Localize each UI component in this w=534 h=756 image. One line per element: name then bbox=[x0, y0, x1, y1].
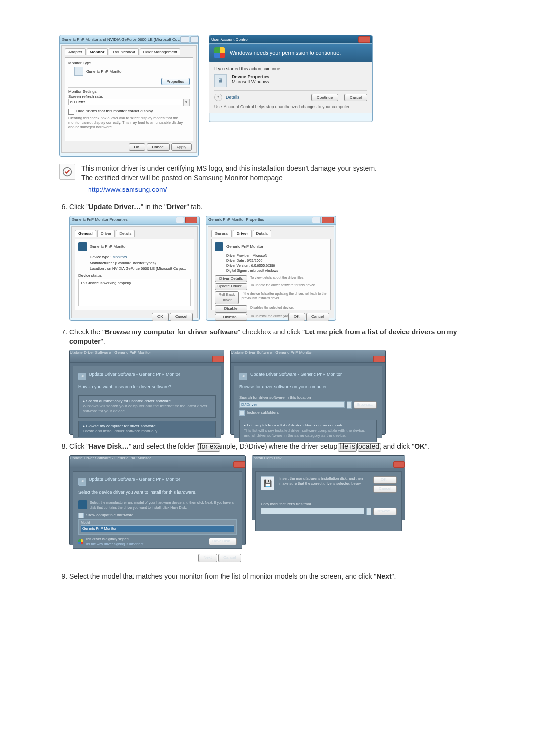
browse-button[interactable]: Browse... bbox=[354, 401, 377, 409]
back-icon[interactable]: ◄ bbox=[239, 373, 247, 380]
update-driver-button[interactable]: Update Driver... bbox=[215, 283, 247, 290]
cancel-button[interactable]: Cancel bbox=[170, 313, 193, 321]
properties-button[interactable]: Properties bbox=[161, 78, 190, 85]
hide-modes-checkbox[interactable] bbox=[68, 109, 74, 115]
uac-started-text: If you started this action, continue. bbox=[214, 66, 367, 71]
ok-button[interactable]: OK bbox=[152, 313, 169, 321]
cancel-button[interactable]: Cancel bbox=[147, 143, 170, 151]
have-disk-button[interactable]: Have Disk... bbox=[209, 538, 237, 545]
monitor-icon bbox=[78, 242, 87, 251]
uninstall-button[interactable]: Uninstall bbox=[215, 314, 247, 321]
close-icon[interactable] bbox=[212, 356, 224, 362]
tab-details[interactable]: Details bbox=[116, 230, 134, 237]
option-auto-search[interactable]: ▸ Search automatically for updated drive… bbox=[78, 395, 216, 418]
cancel-button[interactable]: Cancel bbox=[218, 554, 241, 562]
step-6: Click "Update Driver…" in the "Driver" t… bbox=[69, 202, 475, 321]
install-from-disk-dialog: Install From Disk 💾 Insert the manufactu… bbox=[252, 455, 405, 520]
refresh-rate-select[interactable] bbox=[68, 99, 182, 105]
chevron-down-icon[interactable]: ▾ bbox=[366, 508, 371, 515]
apply-button[interactable]: Apply bbox=[171, 143, 192, 151]
dialog-title: Generic PnP Monitor Properties bbox=[72, 217, 128, 223]
tab-general[interactable]: General bbox=[211, 230, 232, 237]
ok-button[interactable]: OK bbox=[288, 313, 305, 321]
cancel-button[interactable]: Cancel bbox=[306, 313, 329, 321]
tab-monitor[interactable]: Monitor bbox=[87, 48, 108, 55]
include-subfolders-checkbox[interactable] bbox=[239, 410, 245, 416]
tab-driver[interactable]: Driver bbox=[233, 230, 251, 237]
uac-publisher: Microsoft Windows bbox=[232, 79, 269, 84]
update-driver-wizard-browse: Update Driver Software - Generic PnP Mon… bbox=[230, 350, 386, 435]
cancel-button[interactable]: Cancel bbox=[344, 94, 367, 101]
monitor-icon bbox=[78, 500, 87, 509]
help-icon[interactable] bbox=[176, 217, 184, 223]
back-icon[interactable]: ◄ bbox=[78, 478, 86, 486]
next-button[interactable]: Next bbox=[198, 554, 217, 562]
ok-button[interactable]: OK bbox=[129, 143, 145, 151]
back-icon[interactable]: ◄ bbox=[78, 373, 86, 380]
tab-adapter[interactable]: Adapter bbox=[65, 48, 86, 55]
dialog-body: Adapter Monitor Troubleshoot Color Manag… bbox=[61, 45, 197, 153]
refresh-rate-label: Screen refresh rate: bbox=[68, 94, 190, 99]
wizard-breadcrumb: Update Driver Software - Generic PnP Mon… bbox=[89, 371, 180, 377]
disable-button[interactable]: Disable bbox=[215, 305, 247, 313]
samsung-link[interactable]: http://www.samsung.com/ bbox=[88, 186, 167, 193]
minimize-icon[interactable] bbox=[180, 36, 189, 43]
window-controls bbox=[180, 36, 198, 43]
chevron-down-icon[interactable]: ▾ bbox=[183, 99, 190, 106]
properties-general-dialog: Generic PnP Monitor Properties General D… bbox=[69, 216, 200, 321]
step-7: Check the "Browse my computer for driver… bbox=[69, 328, 475, 435]
compatible-checkbox[interactable] bbox=[78, 513, 84, 518]
maximize-icon[interactable] bbox=[190, 36, 198, 43]
driver-details-button[interactable]: Driver Details bbox=[215, 275, 247, 283]
close-icon[interactable] bbox=[393, 461, 405, 468]
step-9-text: Select the model that matches your monit… bbox=[69, 572, 475, 581]
copy-from-input[interactable] bbox=[261, 508, 364, 514]
close-icon[interactable] bbox=[233, 461, 245, 468]
wizard-heading: Select the device driver you want to ins… bbox=[78, 489, 237, 495]
monitor-icon bbox=[74, 67, 83, 76]
steps-list: Click "Update Driver…" in the "Driver" t… bbox=[59, 202, 475, 581]
signing-link[interactable]: Tell me why driver signing is important bbox=[85, 542, 207, 546]
help-icon[interactable] bbox=[312, 217, 321, 223]
tab-troubleshoot[interactable]: Troubleshoot bbox=[109, 48, 138, 55]
monitor-tab-panel: Monitor Type Generic PnP Monitor Propert… bbox=[65, 57, 193, 141]
hide-modes-description: Clearing this check box allows you to se… bbox=[68, 116, 190, 129]
uac-details-link[interactable]: Details bbox=[226, 95, 240, 100]
browse-button[interactable]: Browse... bbox=[373, 508, 397, 515]
cancel-button[interactable]: Cancel bbox=[373, 485, 397, 493]
tab-color-management[interactable]: Color Management bbox=[140, 48, 180, 55]
monitor-type-label: Monitor Type bbox=[68, 61, 190, 65]
model-row[interactable]: Generic PnP Monitor bbox=[81, 526, 234, 532]
close-icon[interactable] bbox=[358, 36, 370, 43]
select-driver-wizard: Update Driver Software - Generic PnP Mon… bbox=[69, 455, 246, 545]
monitor-settings-label: Monitor Settings bbox=[68, 89, 190, 94]
rollback-driver-button[interactable]: Roll Back Driver bbox=[215, 291, 239, 304]
uac-app-name: Device Properties bbox=[232, 74, 269, 79]
wizard-hint: Select the manufacturer and model of you… bbox=[90, 500, 237, 510]
tab-details[interactable]: Details bbox=[253, 230, 271, 237]
uac-titlebar: User Account Control bbox=[209, 35, 372, 44]
ok-button[interactable]: OK bbox=[373, 476, 397, 484]
shield-icon bbox=[78, 539, 83, 544]
uac-header: Windows needs your permission to contion… bbox=[209, 44, 372, 62]
dialog-title: Generic PnP Monitor Properties bbox=[208, 217, 264, 223]
close-icon[interactable] bbox=[185, 217, 197, 223]
chevron-down-icon[interactable]: ▾ bbox=[347, 401, 352, 409]
device-name: Generic PnP Monitor bbox=[226, 244, 263, 250]
model-header: Model bbox=[81, 520, 234, 525]
page: Generic PnP Monitor and NVIDIA GeForce 6… bbox=[0, 0, 534, 756]
tab-general[interactable]: General bbox=[75, 230, 96, 237]
tab-driver[interactable]: Driver bbox=[97, 230, 115, 237]
location-label: Search for driver software in this locat… bbox=[239, 395, 377, 401]
uac-detail-row: ▾ Details Continue Cancel bbox=[214, 90, 367, 101]
dialog-titlebar: Generic PnP Monitor and NVIDIA GeForce 6… bbox=[60, 35, 198, 44]
close-icon[interactable] bbox=[322, 217, 334, 223]
option-browse-computer[interactable]: ▸ Browse my computer for driver software… bbox=[78, 421, 216, 438]
location-input[interactable] bbox=[239, 401, 345, 408]
note-line1: This monitor driver is under certifying … bbox=[81, 164, 377, 172]
wizard-title: Update Driver Software - Generic PnP Mon… bbox=[70, 350, 151, 355]
chevron-down-icon[interactable]: ▾ bbox=[214, 94, 222, 101]
option-let-me-pick[interactable]: ▸ Let me pick from a list of device driv… bbox=[239, 420, 377, 442]
close-icon[interactable] bbox=[373, 356, 385, 362]
continue-button[interactable]: Continue bbox=[312, 94, 338, 101]
